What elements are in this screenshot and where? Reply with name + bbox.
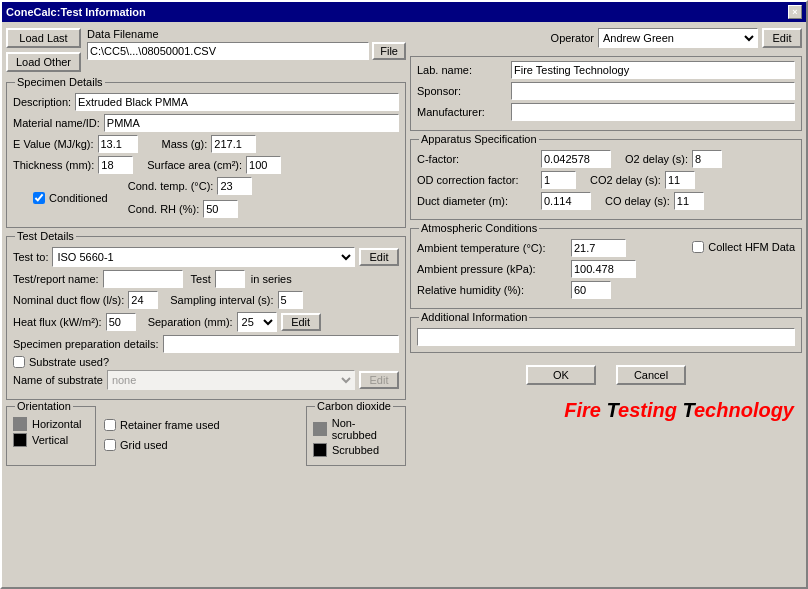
right-panel: Operator Andrew Green Edit Lab. name: Sp… [410, 26, 802, 583]
substrate-label: Substrate used? [29, 356, 109, 368]
co2-delay-field[interactable] [665, 171, 695, 189]
scrubbed-label: Scrubbed [332, 444, 379, 456]
surface-area-field[interactable] [246, 156, 281, 174]
surface-area-label: Surface area (cm²): [147, 159, 242, 171]
thickness-field[interactable] [98, 156, 133, 174]
cond-rh-field[interactable] [203, 200, 238, 218]
substrate-edit-button[interactable]: Edit [359, 371, 399, 389]
close-button[interactable]: × [788, 5, 802, 19]
substrate-checkbox[interactable] [13, 356, 25, 368]
nominal-duct-field[interactable] [128, 291, 158, 309]
logo-technology: echnology [694, 399, 794, 421]
material-label: Material name/ID: [13, 117, 100, 129]
relative-humidity-field[interactable] [571, 281, 611, 299]
data-filename-label: Data Filename [87, 28, 406, 40]
c-factor-field[interactable] [541, 150, 611, 168]
e-value-field[interactable] [98, 135, 138, 153]
manufacturer-field[interactable] [511, 103, 795, 121]
conditioned-label: Conditioned [49, 192, 108, 204]
od-correction-field[interactable] [541, 171, 576, 189]
grid-checkbox[interactable] [104, 439, 116, 451]
nominal-duct-label: Nominal duct flow (l/s): [13, 294, 124, 306]
logo-text: Fire Testing Technology [564, 399, 794, 422]
mass-field[interactable] [211, 135, 256, 153]
atmospheric-label: Atmospheric Conditions [419, 222, 539, 234]
substrate-name-select[interactable]: none [107, 370, 355, 390]
main-window: ConeCalc:Test Information × Load Last Lo… [0, 0, 808, 589]
duct-diameter-field[interactable] [541, 192, 591, 210]
test-to-select[interactable]: ISO 5660-1 [52, 247, 355, 267]
od-correction-label: OD correction factor: [417, 174, 537, 186]
scrubbed-color [313, 443, 327, 457]
separation-label: Separation (mm): [148, 316, 233, 328]
separation-edit-button[interactable]: Edit [281, 313, 321, 331]
logo-fire: Fire [564, 399, 606, 421]
specimen-details-label: Specimen Details [15, 76, 105, 88]
operator-edit-button[interactable]: Edit [762, 28, 802, 48]
sampling-field[interactable] [278, 291, 303, 309]
cond-temp-label: Cond. temp. (°C): [128, 180, 214, 192]
ambient-temp-field[interactable] [571, 239, 626, 257]
load-other-button[interactable]: Load Other [6, 52, 81, 72]
load-last-button[interactable]: Load Last [6, 28, 81, 48]
horizontal-label: Horizontal [32, 418, 82, 430]
test-number-field[interactable] [215, 270, 245, 288]
heat-flux-field[interactable] [106, 313, 136, 331]
carbon-dioxide-group: Carbon dioxide Non-scrubbed Scrubbed [306, 406, 406, 466]
retainer-checkbox[interactable] [104, 419, 116, 431]
cond-temp-field[interactable] [217, 177, 252, 195]
specimen-details-group: Specimen Details Description: Material n… [6, 82, 406, 228]
conditioned-checkbox[interactable] [33, 192, 45, 204]
collect-hfm-checkbox[interactable] [692, 241, 704, 253]
test-edit-button[interactable]: Edit [359, 248, 399, 266]
file-button[interactable]: File [372, 42, 406, 60]
horizontal-color [13, 417, 27, 431]
separation-select[interactable]: 25 [237, 312, 277, 332]
logo-testing: esting [618, 399, 682, 421]
window-title: ConeCalc:Test Information [6, 6, 146, 18]
cond-rh-label: Cond. RH (%): [128, 203, 200, 215]
additional-field[interactable] [417, 328, 795, 346]
lab-group: Lab. name: Sponsor: Manufacturer: [410, 56, 802, 131]
carbon-dioxide-label: Carbon dioxide [315, 400, 393, 412]
manufacturer-label: Manufacturer: [417, 106, 507, 118]
vertical-label: Vertical [32, 434, 68, 446]
vertical-color [13, 433, 27, 447]
non-scrubbed-label: Non-scrubbed [332, 417, 399, 441]
c-factor-label: C-factor: [417, 153, 537, 165]
co2-delay-label: CO2 delay (s): [590, 174, 661, 186]
load-buttons: Load Last Load Other [6, 28, 81, 72]
thickness-label: Thickness (mm): [13, 159, 94, 171]
description-field[interactable] [75, 93, 399, 111]
co-delay-field[interactable] [674, 192, 704, 210]
specimen-prep-label: Specimen preparation details: [13, 338, 159, 350]
sponsor-field[interactable] [511, 82, 795, 100]
apparatus-group: Apparatus Specification C-factor: O2 del… [410, 139, 802, 220]
heat-flux-label: Heat flux (kW/m²): [13, 316, 102, 328]
left-panel: Load Last Load Other Data Filename File … [6, 26, 406, 583]
ambient-temp-label: Ambient temperature (°C): [417, 242, 567, 254]
duct-diameter-label: Duct diameter (m): [417, 195, 537, 207]
lab-name-field[interactable] [511, 61, 795, 79]
o2-delay-field[interactable] [692, 150, 722, 168]
description-label: Description: [13, 96, 71, 108]
additional-group: Additional Information [410, 317, 802, 353]
non-scrubbed-color [313, 422, 327, 436]
additional-label: Additional Information [419, 311, 529, 323]
filename-field[interactable] [87, 42, 369, 60]
cancel-button[interactable]: Cancel [616, 365, 686, 385]
specimen-prep-field[interactable] [163, 335, 399, 353]
ok-button[interactable]: OK [526, 365, 596, 385]
operator-select[interactable]: Andrew Green [598, 28, 758, 48]
report-name-field[interactable] [103, 270, 183, 288]
operator-label: Operator [551, 32, 594, 44]
material-field[interactable] [104, 114, 399, 132]
test-details-group: Test Details Test to: ISO 5660-1 Edit Te… [6, 236, 406, 400]
in-series-label: in series [251, 273, 292, 285]
test-label: Test [191, 273, 211, 285]
apparatus-label: Apparatus Specification [419, 133, 539, 145]
report-name-label: Test/report name: [13, 273, 99, 285]
sampling-label: Sampling interval (s): [170, 294, 273, 306]
ambient-pressure-field[interactable] [571, 260, 636, 278]
logo-t2: T [683, 399, 694, 421]
